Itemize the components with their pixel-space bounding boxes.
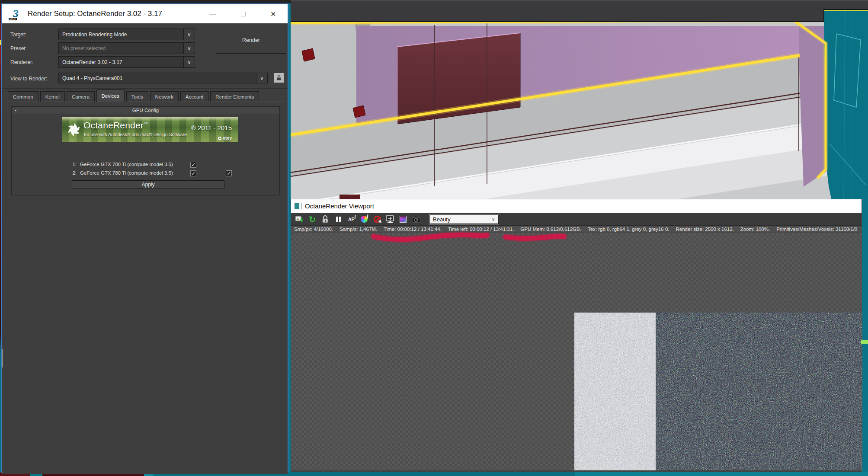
tab-network[interactable]: Network xyxy=(150,91,179,102)
status-samples-per-pixel: Smp/px: 4/16000. xyxy=(294,227,333,232)
gpu-name: GeForce GTX 780 Ti (compute model 3.5) xyxy=(80,162,173,167)
save-render-icon[interactable] xyxy=(294,214,305,224)
gpu-config-rollout-header[interactable]: - GPU Config xyxy=(12,107,279,114)
gpu-config-title: GPU Config xyxy=(12,108,279,113)
restart-render-icon[interactable]: ↻ xyxy=(307,214,318,224)
otoy-logo: otoy xyxy=(218,136,232,141)
octane-viewport-app-icon xyxy=(295,203,301,209)
tab-common[interactable]: Common xyxy=(8,91,38,102)
preset-value: No preset selected xyxy=(59,45,183,51)
lock-resolution-icon[interactable] xyxy=(320,214,331,224)
chevron-down-icon[interactable]: ∨ xyxy=(183,29,195,40)
gpu2-priority-checkbox[interactable]: ✓ xyxy=(226,170,232,176)
gpu1-enable-checkbox[interactable]: ✓ xyxy=(190,162,196,168)
view-to-render-value: Quad 4 - PhysCamera001 xyxy=(59,75,256,81)
red-clip xyxy=(302,48,315,61)
left-scrollbar-thumb[interactable] xyxy=(2,349,3,367)
octane-viewport-title: OctaneRender Viewport xyxy=(305,202,374,210)
status-time-left: Time left: 00:00:12 / 13:41:31. xyxy=(448,227,514,232)
render-setup-title: Render Setup: OctaneRender 3.02 - 3.17 xyxy=(28,10,162,18)
fit-to-screen-icon[interactable] xyxy=(384,214,396,224)
banner-brand: OctaneRender™ xyxy=(83,120,148,131)
chevron-down-icon[interactable]: ∨ xyxy=(183,57,195,67)
chevron-down-icon[interactable]: ∨ xyxy=(256,73,267,83)
preset-label: Preset: xyxy=(10,45,27,51)
gpu-row-2: 2: GeForce GTX 780 Ti (compute model 3.5… xyxy=(12,170,279,178)
status-zoom: Zoom: 100%. xyxy=(740,227,770,232)
view-to-render-label: View to Render: xyxy=(10,76,47,82)
render-noise-region xyxy=(574,313,862,470)
octane-aperture-logo xyxy=(66,122,82,137)
octane-viewport-titlebar[interactable]: OctaneRender Viewport xyxy=(291,199,862,213)
renderer-label: Renderer: xyxy=(10,59,33,65)
render-passes-icon[interactable] xyxy=(397,214,409,224)
tab-render-elements[interactable]: Render Elements xyxy=(210,91,259,102)
chevron-down-icon: ∨ xyxy=(491,216,495,222)
status-render-size: Render size: 2500 x 1612. xyxy=(676,227,734,232)
viewport-top-bar xyxy=(291,0,868,22)
autofocus-picker-icon[interactable]: AF xyxy=(346,214,357,224)
teal-backdrop xyxy=(824,10,868,199)
status-samples-per-second: Samp/s: 1,467M. xyxy=(340,227,377,232)
pause-render-icon[interactable] xyxy=(333,214,344,224)
renderer-dropdown[interactable]: OctaneRender 3.02 - 3.17 ∨ xyxy=(58,56,195,68)
status-gpu-mem: GPU Mem: 0,612/0,612GB. xyxy=(520,227,581,232)
maximize-button[interactable] xyxy=(234,4,253,23)
view-lock-button[interactable] xyxy=(274,73,284,83)
otoy-dot-icon xyxy=(218,137,221,140)
gpu-config-group: - GPU Config OctaneRende xyxy=(11,106,280,195)
render-setup-body: Target: Production Rendering Mode ∨ Rend… xyxy=(2,23,288,474)
render-status-bar: Smp/px: 4/16000. Samp/s: 1,467M. Time: 0… xyxy=(291,226,862,233)
status-time: Time: 00:00:12 / 13:41:44. xyxy=(384,227,442,232)
apply-button[interactable]: Apply xyxy=(72,180,224,189)
status-tex: Tex: rgb 0, rgb64 1, grey 0, grey16 0. xyxy=(588,227,669,232)
status-primitives: Primitives/Meshes/Voxels: 31158/1/0 xyxy=(776,227,857,232)
3dsmax-app-icon: 3 MAX xyxy=(10,8,22,20)
render-pass-dropdown[interactable]: Beauty ∨ xyxy=(429,214,499,224)
green-marker-fragment xyxy=(861,340,868,344)
view-to-render-dropdown[interactable]: Quad 4 - PhysCamera001 ∨ xyxy=(58,73,268,83)
render-button[interactable]: Render xyxy=(216,27,286,54)
top-edge-strip xyxy=(0,0,291,3)
3d-viewport-scene xyxy=(291,0,868,199)
tab-camera[interactable]: Camera xyxy=(67,91,95,102)
target-dropdown[interactable]: Production Rendering Mode ∨ xyxy=(58,29,195,40)
close-button[interactable]: × xyxy=(264,4,283,23)
banner-subtitle: for use with Autodesk® 3ds max® Design S… xyxy=(84,132,187,137)
octane-banner: OctaneRender™ for use with Autodesk® 3ds… xyxy=(62,117,238,142)
maximize-icon xyxy=(241,12,246,16)
render-setup-window: 3 MAX Render Setup: OctaneRender 3.02 - … xyxy=(1,3,288,473)
octane-viewport-window: OctaneRender Viewport ↻ AF xyxy=(291,199,862,472)
tab-account[interactable]: Account xyxy=(180,91,209,102)
lock-icon xyxy=(276,75,282,81)
banner-years: ® 2011 - 2015 xyxy=(191,124,232,131)
gpu-name: GeForce GTX 780 Ti (compute model 3.5) xyxy=(80,170,173,176)
render-setup-tabs: Common Kernel Camera Devices Tools Netwo… xyxy=(8,89,285,102)
stop-picking-icon[interactable] xyxy=(372,214,383,224)
divider xyxy=(2,88,288,89)
gpu-index: 2: xyxy=(68,170,77,176)
chevron-down-icon[interactable]: ∨ xyxy=(183,43,195,54)
tab-tools[interactable]: Tools xyxy=(126,91,148,102)
tab-kernel[interactable]: Kernel xyxy=(40,91,65,102)
octane-viewport-toolbar: ↻ AF Beauty ∨ xyxy=(291,213,862,226)
gpu-index: 1: xyxy=(68,162,77,167)
desktop-screen: OctaneRender Viewport ↻ AF xyxy=(0,0,868,476)
render-canvas-transparent-checker[interactable] xyxy=(291,233,862,470)
gpu-row-1: 1: GeForce GTX 780 Ti (compute model 3.5… xyxy=(12,162,279,169)
preset-dropdown[interactable]: No preset selected ∨ xyxy=(58,42,195,54)
white-balance-picker-icon[interactable] xyxy=(359,214,370,224)
tab-devices[interactable]: Devices xyxy=(96,89,125,102)
target-label: Target: xyxy=(10,32,26,38)
camera-icon[interactable] xyxy=(410,214,422,224)
target-value: Production Rendering Mode xyxy=(59,32,183,38)
gpu2-enable-checkbox[interactable]: ✓ xyxy=(190,170,196,176)
render-pass-selected: Beauty xyxy=(433,216,450,223)
renderer-value: OctaneRender 3.02 - 3.17 xyxy=(59,59,183,65)
minimize-button[interactable]: — xyxy=(203,4,222,23)
